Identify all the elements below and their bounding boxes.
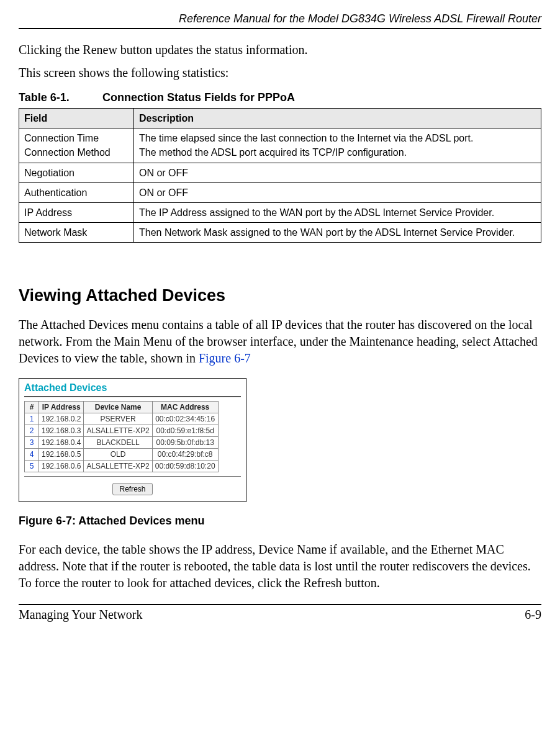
row-mac: 00:c0:02:34:45:16 — [152, 413, 218, 425]
figure-attached-devices: Attached Devices # IP Address Device Nam… — [19, 378, 246, 502]
desc-cell: The IP Address assigned to the WAN port … — [134, 202, 541, 222]
refresh-button[interactable]: Refresh — [112, 483, 152, 495]
row-index: 2 — [25, 425, 39, 437]
row-ip: 192.168.0.4 — [39, 437, 84, 449]
section-paragraph-1: The Attached Devices menu contains a tab… — [19, 317, 541, 367]
col-device-name: Device Name — [84, 402, 152, 413]
table-caption: Table 6-1. Connection Status Fields for … — [19, 91, 541, 104]
header-rule — [19, 28, 541, 29]
intro-paragraph-1: Clicking the Renew button updates the st… — [19, 42, 541, 58]
field-cell: Negotiation — [19, 163, 134, 182]
table-title: Connection Status Fields for PPPoA — [102, 91, 295, 104]
col-ip: IP Address — [39, 402, 84, 413]
figure-caption: Figure 6-7: Attached Devices menu — [19, 515, 541, 528]
figure-divider-bottom — [24, 476, 241, 477]
desc-cell: The time elapsed since the last connecti… — [134, 128, 541, 163]
col-mac: MAC Address — [152, 402, 218, 413]
table-header-row: Field Description — [19, 109, 541, 128]
row-ip: 192.168.0.6 — [39, 461, 84, 472]
section-heading: Viewing Attached Devices — [19, 286, 541, 305]
col-field: Field — [19, 109, 134, 128]
table-row: 3 192.168.0.4 BLACKDELL 00:09:5b:0f:db:1… — [25, 437, 219, 449]
row-name: ALSALLETTE-XP2 — [84, 461, 152, 472]
intro-paragraph-2: This screen shows the following statisti… — [19, 65, 541, 81]
row-ip: 192.168.0.5 — [39, 449, 84, 461]
table-row: 5 192.168.0.6 ALSALLETTE-XP2 00:d0:59:d8… — [25, 461, 219, 472]
figure-title: Attached Devices — [19, 379, 246, 396]
header-title: Reference Manual for the Model DG834G Wi… — [19, 12, 541, 28]
field-cell: IP Address — [19, 202, 134, 222]
section-paragraph-2: For each device, the table shows the IP … — [19, 541, 541, 591]
field-cell: Network Mask — [19, 223, 134, 243]
table-row: IP Address The IP Address assigned to th… — [19, 202, 541, 222]
field-cell: Connection Time Connection Method — [19, 128, 134, 163]
table-row: 1 192.168.0.2 PSERVER 00:c0:02:34:45:16 — [25, 413, 219, 425]
desc-cell: Then Network Mask assigned to the WAN po… — [134, 223, 541, 243]
row-index: 5 — [25, 461, 39, 472]
row-mac: 00:c0:4f:29:bf:c8 — [152, 449, 218, 461]
row-name: ALSALLETTE-XP2 — [84, 425, 152, 437]
table-row: Authentication ON or OFF — [19, 182, 541, 202]
footer-rule — [19, 604, 541, 605]
row-ip: 192.168.0.2 — [39, 413, 84, 425]
attached-devices-table: # IP Address Device Name MAC Address 1 1… — [24, 401, 219, 472]
field-cell: Authentication — [19, 182, 134, 202]
row-name: PSERVER — [84, 413, 152, 425]
figure-link[interactable]: Figure 6-7 — [199, 351, 251, 365]
table-row: 2 192.168.0.3 ALSALLETTE-XP2 00:d0:59:e1… — [25, 425, 219, 437]
status-table: Field Description Connection Time Connec… — [19, 108, 541, 243]
row-index: 4 — [25, 449, 39, 461]
row-mac: 00:09:5b:0f:db:13 — [152, 437, 218, 449]
row-name: OLD — [84, 449, 152, 461]
row-mac: 00:d0:59:d8:10:20 — [152, 461, 218, 472]
table-row: 4 192.168.0.5 OLD 00:c0:4f:29:bf:c8 — [25, 449, 219, 461]
row-mac: 00:d0:59:e1:f8:5d — [152, 425, 218, 437]
footer-right: 6-9 — [525, 608, 541, 622]
col-description: Description — [134, 109, 541, 128]
row-index: 3 — [25, 437, 39, 449]
figure-divider — [24, 396, 241, 397]
table-header-row: # IP Address Device Name MAC Address — [25, 402, 219, 413]
row-index: 1 — [25, 413, 39, 425]
table-label: Table 6-1. — [19, 91, 99, 104]
table-row: Connection Time Connection Method The ti… — [19, 128, 541, 163]
footer-left: Managing Your Network — [19, 608, 142, 622]
table-row: Network Mask Then Network Mask assigned … — [19, 223, 541, 243]
row-name: BLACKDELL — [84, 437, 152, 449]
col-hash: # — [25, 402, 39, 413]
table-row: Negotiation ON or OFF — [19, 163, 541, 182]
row-ip: 192.168.0.3 — [39, 425, 84, 437]
desc-cell: ON or OFF — [134, 182, 541, 202]
desc-cell: ON or OFF — [134, 163, 541, 182]
